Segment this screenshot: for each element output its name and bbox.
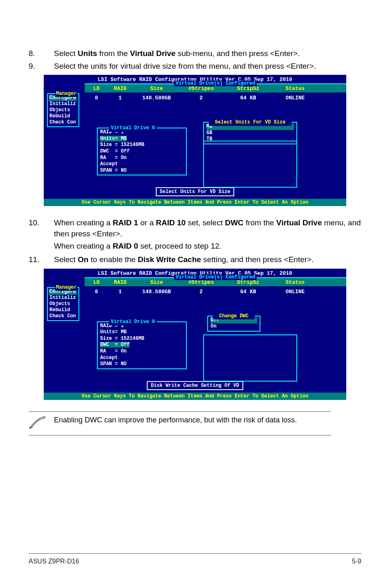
note-text: Enabling DWC can improve the performance… [54, 416, 331, 424]
footer-page-number: 5-9 [352, 558, 361, 565]
menu-item: Initializ [49, 295, 77, 301]
bios-footer: Use Cursor Keys To Navigate Between Item… [44, 393, 346, 400]
step-number: 10. [29, 218, 42, 239]
step-body: When creating a RAID 1 or a RAID 10 set,… [54, 218, 361, 239]
spacer-box [203, 141, 297, 188]
select-option: GB [206, 130, 294, 137]
step-body: Select the units for virtual drive size … [54, 61, 361, 72]
bios-data-row: 0 1 148.580GB 2 64 KB ONLINE [85, 286, 320, 296]
bios-screenshot-1: LSI Software RAID Configuration Utility … [44, 75, 346, 206]
step-number: 9. [29, 61, 42, 72]
menu-item: Initializ [49, 101, 77, 107]
menu-item: Rebuild [49, 307, 77, 313]
footer-product: ASUS Z9PR-D16 [29, 558, 79, 565]
status-bar: Select Units For VD Size [156, 187, 235, 196]
step-number: 11. [29, 254, 42, 265]
virtual-drive-0-box: Virtual Drive 0 RAID = 1 Units= MB Size … [97, 321, 187, 369]
menu-item: Check Con [49, 313, 77, 319]
menu-item: Objects [49, 301, 77, 307]
menu-item: Check Con [49, 119, 77, 126]
step-number: 8. [29, 48, 42, 59]
select-option: On [211, 323, 257, 330]
config-label: Virtual Drive(s) Configured [174, 274, 257, 280]
status-bar: Disk Write Cache Setting Of VD [147, 381, 243, 390]
bios-footer: Use Cursor Keys To Navigate Between Item… [44, 199, 346, 206]
step-body: Select Units from the Virtual Drive sub-… [54, 48, 361, 59]
spacer-box [203, 334, 297, 382]
step-body: Select On to enable the Disk Write Cache… [54, 254, 361, 265]
bios-screenshot-2: LSI Software RAID Configuration Utility … [44, 269, 346, 400]
note-pencil-icon [29, 416, 47, 431]
management-menu: Manager Configure Initializ Objects Rebu… [47, 287, 79, 321]
menu-item: Rebuild [49, 113, 77, 119]
config-label: Virtual Drive(s) Configured [174, 81, 257, 86]
bios-data-row: 0 1 148.580GB 2 64 KB ONLINE [85, 92, 320, 103]
change-dwc-box: Change DWC Off On [207, 316, 260, 332]
management-menu: Manager Configure Initializ Objects Rebu… [47, 93, 79, 127]
menu-item: Objects [49, 107, 77, 113]
step-body-sub: When creating a RAID 0 set, proceed to s… [54, 241, 361, 252]
virtual-drive-0-box: Virtual Drive 0 RAID = 1 Units= MB Size … [97, 128, 187, 175]
